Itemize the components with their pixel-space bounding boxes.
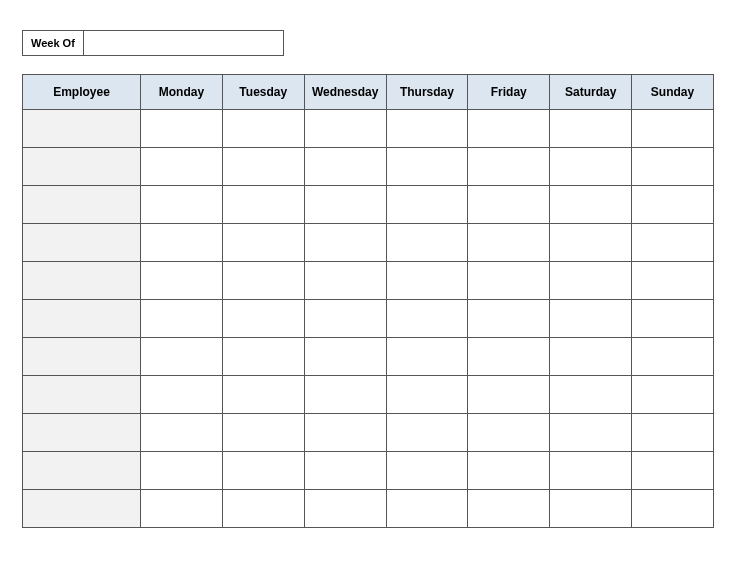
- day-input[interactable]: [225, 492, 302, 525]
- day-input[interactable]: [552, 226, 629, 259]
- employee-input[interactable]: [25, 302, 138, 335]
- day-input[interactable]: [552, 454, 629, 487]
- day-input[interactable]: [225, 454, 302, 487]
- day-input[interactable]: [389, 416, 466, 449]
- day-input[interactable]: [552, 150, 629, 183]
- employee-input[interactable]: [25, 150, 138, 183]
- day-input[interactable]: [143, 378, 220, 411]
- day-input[interactable]: [470, 340, 547, 373]
- day-input[interactable]: [307, 416, 384, 449]
- day-input[interactable]: [225, 264, 302, 297]
- day-input[interactable]: [634, 378, 711, 411]
- day-input[interactable]: [307, 454, 384, 487]
- day-input[interactable]: [634, 226, 711, 259]
- day-input[interactable]: [634, 188, 711, 221]
- day-input[interactable]: [307, 264, 384, 297]
- day-cell: [468, 452, 550, 490]
- day-input[interactable]: [143, 302, 220, 335]
- day-input[interactable]: [470, 112, 547, 145]
- day-input[interactable]: [225, 150, 302, 183]
- day-cell: [632, 300, 714, 338]
- day-input[interactable]: [225, 112, 302, 145]
- day-input[interactable]: [552, 378, 629, 411]
- day-input[interactable]: [143, 226, 220, 259]
- employee-input[interactable]: [25, 340, 138, 373]
- day-input[interactable]: [552, 340, 629, 373]
- day-input[interactable]: [307, 378, 384, 411]
- employee-cell: [23, 452, 141, 490]
- day-input[interactable]: [307, 492, 384, 525]
- day-input[interactable]: [143, 454, 220, 487]
- day-input[interactable]: [470, 416, 547, 449]
- employee-input[interactable]: [25, 264, 138, 297]
- day-input[interactable]: [470, 454, 547, 487]
- day-input[interactable]: [225, 340, 302, 373]
- day-input[interactable]: [389, 188, 466, 221]
- day-input[interactable]: [634, 150, 711, 183]
- day-input[interactable]: [225, 226, 302, 259]
- day-input[interactable]: [307, 150, 384, 183]
- day-input[interactable]: [143, 492, 220, 525]
- day-input[interactable]: [552, 492, 629, 525]
- day-input[interactable]: [470, 302, 547, 335]
- day-input[interactable]: [225, 302, 302, 335]
- day-cell: [222, 110, 304, 148]
- day-input[interactable]: [143, 150, 220, 183]
- day-cell: [304, 262, 386, 300]
- day-input[interactable]: [389, 454, 466, 487]
- day-input[interactable]: [389, 150, 466, 183]
- employee-input[interactable]: [25, 188, 138, 221]
- day-input[interactable]: [634, 112, 711, 145]
- employee-input[interactable]: [25, 378, 138, 411]
- day-input[interactable]: [470, 226, 547, 259]
- day-input[interactable]: [634, 416, 711, 449]
- day-input[interactable]: [389, 302, 466, 335]
- day-input[interactable]: [470, 188, 547, 221]
- day-input[interactable]: [143, 264, 220, 297]
- employee-input[interactable]: [25, 416, 138, 449]
- day-input[interactable]: [389, 340, 466, 373]
- day-cell: [222, 376, 304, 414]
- day-input[interactable]: [225, 378, 302, 411]
- day-input[interactable]: [389, 112, 466, 145]
- day-input[interactable]: [225, 188, 302, 221]
- employee-input[interactable]: [25, 492, 138, 525]
- day-input[interactable]: [389, 264, 466, 297]
- day-input[interactable]: [389, 492, 466, 525]
- day-input[interactable]: [634, 340, 711, 373]
- day-input[interactable]: [225, 416, 302, 449]
- day-input[interactable]: [143, 112, 220, 145]
- day-input[interactable]: [470, 492, 547, 525]
- day-input[interactable]: [307, 340, 384, 373]
- day-input[interactable]: [389, 378, 466, 411]
- day-input[interactable]: [634, 492, 711, 525]
- day-input[interactable]: [552, 416, 629, 449]
- employee-input[interactable]: [25, 112, 138, 145]
- day-input[interactable]: [307, 226, 384, 259]
- day-input[interactable]: [470, 150, 547, 183]
- day-input[interactable]: [307, 302, 384, 335]
- employee-cell: [23, 262, 141, 300]
- day-input[interactable]: [634, 454, 711, 487]
- header-row: Employee Monday Tuesday Wednesday Thursd…: [23, 75, 714, 110]
- day-input[interactable]: [552, 188, 629, 221]
- week-of-input[interactable]: [84, 30, 284, 56]
- day-input[interactable]: [470, 378, 547, 411]
- day-input[interactable]: [389, 226, 466, 259]
- day-input[interactable]: [634, 264, 711, 297]
- table-row: [23, 452, 714, 490]
- day-input[interactable]: [552, 264, 629, 297]
- table-row: [23, 224, 714, 262]
- day-input[interactable]: [143, 188, 220, 221]
- employee-input[interactable]: [25, 454, 138, 487]
- day-input[interactable]: [634, 302, 711, 335]
- day-input[interactable]: [307, 112, 384, 145]
- day-input[interactable]: [552, 302, 629, 335]
- employee-input[interactable]: [25, 226, 138, 259]
- day-input[interactable]: [307, 188, 384, 221]
- day-input[interactable]: [470, 264, 547, 297]
- day-cell: [550, 452, 632, 490]
- day-input[interactable]: [143, 416, 220, 449]
- day-input[interactable]: [552, 112, 629, 145]
- day-input[interactable]: [143, 340, 220, 373]
